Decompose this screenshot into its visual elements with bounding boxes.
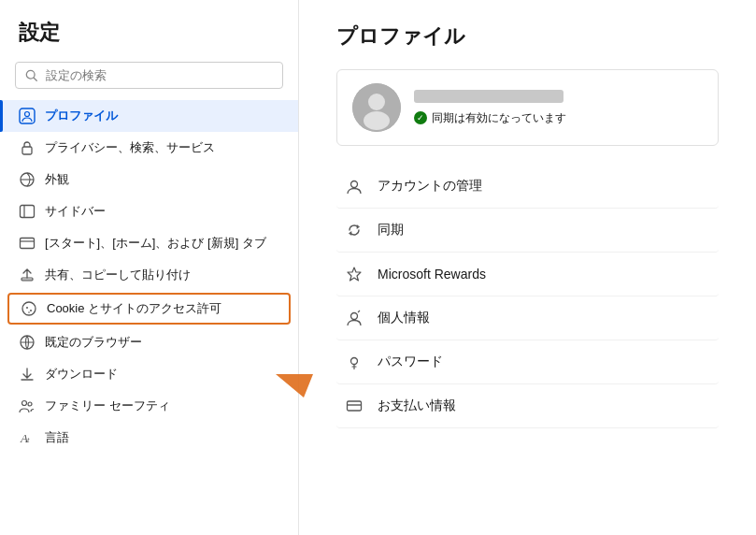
appearance-icon [19, 171, 36, 188]
profile-card[interactable]: 同期は有効になっています [336, 69, 719, 146]
app-container: 設定 プロファイルプライバシー、検索、サービス外観サイドバー[スタート]、[ホー… [0, 0, 756, 535]
sidebar-icon [19, 203, 36, 220]
privacy-icon [19, 139, 36, 156]
svg-line-1 [34, 78, 36, 80]
menu-item-label-account: アカウントの管理 [378, 178, 482, 195]
sidebar-item-label-sidebar: サイドバー [45, 203, 106, 220]
search-input[interactable] [46, 68, 273, 82]
sync-label: 同期は有効になっています [432, 110, 566, 126]
page-title: プロファイル [336, 22, 719, 51]
personal-icon [344, 308, 364, 328]
sidebar-item-label-cookies: Cookie とサイトのアクセス許可 [47, 300, 221, 317]
svg-point-22 [368, 94, 385, 110]
svg-point-12 [26, 307, 28, 309]
svg-point-18 [28, 402, 32, 406]
svg-point-28 [351, 358, 358, 365]
menu-item-label-password: パスワード [378, 354, 443, 370]
menu-item-rewards[interactable]: Microsoft Rewards [336, 253, 719, 296]
sidebar-item-label-newtab: [スタート]、[ホーム]、および [新規] タブ [45, 235, 266, 252]
svg-point-11 [22, 302, 36, 315]
newtab-icon [19, 235, 36, 252]
sidebar-item-download[interactable]: ダウンロード [0, 358, 298, 390]
profile-name-blur [414, 90, 563, 103]
menu-item-account[interactable]: アカウントの管理 [336, 165, 719, 209]
sidebar-item-profile[interactable]: プロファイル [0, 100, 298, 132]
menu-item-personal[interactable]: 個人情報 [336, 296, 719, 340]
family-icon [19, 398, 36, 414]
svg-line-27 [358, 311, 360, 312]
sidebar-item-appearance[interactable]: 外観 [0, 164, 298, 195]
sidebar-title: 設定 [0, 19, 298, 62]
svg-rect-8 [21, 239, 35, 249]
sidebar-item-label-profile: プロファイル [45, 108, 118, 124]
search-box[interactable] [15, 62, 283, 89]
menu-item-password[interactable]: パスワード [336, 340, 719, 384]
menu-item-label-payment: お支払い情報 [378, 398, 456, 414]
svg-rect-29 [348, 401, 362, 411]
cookies-icon [21, 300, 37, 317]
sync-icon [344, 220, 364, 240]
sidebar-item-label-download: ダウンロード [45, 366, 118, 383]
account-icon [344, 176, 364, 196]
language-icon: At [19, 429, 36, 446]
share-icon [19, 267, 36, 283]
menu-item-label-sync: 同期 [378, 222, 404, 239]
nav-list: プロファイルプライバシー、検索、サービス外観サイドバー[スタート]、[ホーム]、… [0, 100, 298, 454]
svg-point-17 [22, 401, 27, 406]
menu-list: アカウントの管理同期Microsoft Rewards個人情報パスワードお支払い… [336, 165, 719, 428]
payment-icon [344, 396, 364, 416]
sidebar-item-browser[interactable]: 既定のブラウザー [0, 326, 298, 358]
sync-dot [414, 111, 427, 124]
sidebar-item-sidebar[interactable]: サイドバー [0, 195, 298, 227]
avatar [352, 83, 401, 132]
sidebar-item-label-language: 言語 [45, 429, 69, 446]
menu-item-label-rewards: Microsoft Rewards [378, 267, 486, 282]
sync-status: 同期は有効になっています [414, 110, 566, 126]
svg-marker-25 [348, 268, 361, 281]
search-icon [25, 69, 38, 82]
svg-point-26 [351, 313, 358, 320]
sidebar-item-privacy[interactable]: プライバシー、検索、サービス [0, 132, 298, 164]
sidebar-item-language[interactable]: At言語 [0, 422, 298, 454]
sidebar-item-label-browser: 既定のブラウザー [45, 334, 142, 351]
menu-item-sync[interactable]: 同期 [336, 209, 719, 253]
svg-point-24 [351, 181, 358, 188]
sidebar-item-family[interactable]: ファミリー セーフティ [0, 390, 298, 422]
main-content: プロファイル 同期は有効になっています アカウントの管理同期Microsoft … [299, 0, 756, 535]
sidebar-item-label-appearance: 外観 [45, 171, 69, 188]
svg-point-14 [28, 311, 30, 313]
password-icon [344, 352, 364, 372]
profile-icon [19, 108, 36, 124]
svg-rect-4 [22, 147, 32, 154]
svg-point-3 [25, 112, 30, 117]
browser-icon [19, 334, 36, 351]
sidebar-item-label-share: 共有、コピーして貼り付け [45, 267, 191, 283]
download-icon [19, 366, 36, 383]
profile-info: 同期は有効になっています [414, 90, 566, 126]
sidebar-item-cookies[interactable]: Cookie とサイトのアクセス許可 [7, 293, 291, 325]
menu-item-label-personal: 個人情報 [378, 310, 430, 326]
svg-point-13 [30, 310, 32, 311]
svg-point-23 [364, 111, 390, 130]
rewards-icon [344, 264, 364, 284]
sidebar-item-newtab[interactable]: [スタート]、[ホーム]、および [新規] タブ [0, 227, 298, 259]
menu-item-payment[interactable]: お支払い情報 [336, 384, 719, 428]
sidebar-item-share[interactable]: 共有、コピーして貼り付け [0, 259, 298, 291]
sidebar: 設定 プロファイルプライバシー、検索、サービス外観サイドバー[スタート]、[ホー… [0, 0, 299, 535]
svg-rect-6 [21, 206, 35, 218]
sidebar-item-label-privacy: プライバシー、検索、サービス [45, 139, 215, 156]
sidebar-item-label-family: ファミリー セーフティ [45, 398, 170, 414]
svg-text:t: t [27, 435, 30, 444]
